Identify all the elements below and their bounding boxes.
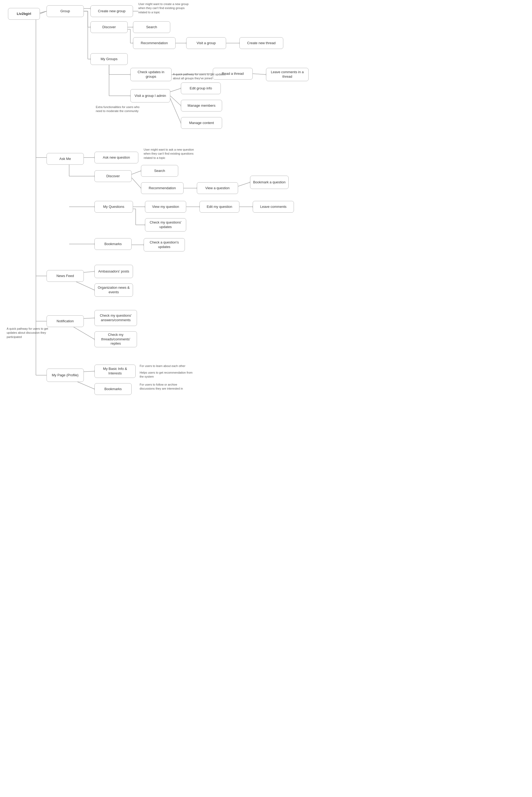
node-manage-members: Manage members — [181, 100, 222, 111]
svg-line-29 — [253, 74, 266, 75]
node-visit-group-admin: Visit a group I admin — [130, 89, 170, 103]
node-liv2bgirl: Liv2bgirl — [8, 8, 40, 20]
node-recommendation2: Recommendation — [141, 182, 184, 194]
node-view-my-question: View my question — [145, 201, 186, 212]
connector-lines — [0, 0, 532, 797]
node-check-updates: Check updates in groups — [130, 68, 172, 81]
node-check-question-updates2: Check a question's updates — [144, 238, 185, 252]
node-ambassadors-posts: Ambassadors' posts — [94, 265, 133, 278]
svg-line-33 — [170, 96, 181, 106]
node-manage-content: Manage content — [181, 117, 222, 129]
node-check-qa-comments: Check my questions' answers/comments — [94, 310, 137, 326]
svg-line-47 — [132, 171, 141, 174]
node-my-basic-info: My Basic Info & Interests — [94, 365, 136, 378]
node-edit-my-question: Edit my question — [200, 201, 240, 212]
node-discover1: Discover — [91, 21, 128, 33]
node-news-feed: News Feed — [46, 270, 84, 282]
annotation-check-updates: A quick pathway for users to get updates… — [173, 72, 226, 81]
node-ask-me: Ask Me — [46, 153, 84, 165]
node-view-question: View a question — [197, 182, 238, 194]
svg-line-31 — [170, 88, 181, 92]
svg-line-35 — [170, 98, 181, 123]
svg-line-0 — [40, 11, 46, 14]
svg-line-53 — [238, 182, 250, 186]
node-bookmark-question: Bookmark a question — [250, 175, 289, 189]
node-my-groups: My Groups — [91, 53, 128, 65]
node-org-news-events: Organization news & events — [94, 283, 133, 297]
node-recommendation1: Recommendation — [133, 37, 175, 49]
annotation-create-group: User might want to create a new group wh… — [138, 2, 191, 14]
node-create-new-thread: Create new thread — [240, 37, 283, 49]
node-my-questions: My Questions — [94, 201, 133, 212]
annotation-ask-question: User might want to ask a new question wh… — [144, 148, 197, 160]
node-bookmarks2: Bookmarks — [94, 383, 132, 395]
diagram-container: Liv2bgirl Group Create new group Discove… — [0, 0, 532, 797]
node-visit-group1: Visit a group — [186, 37, 226, 49]
node-bookmarks: Bookmarks — [94, 238, 132, 250]
node-notification: Notification — [46, 315, 84, 327]
node-group: Group — [46, 5, 84, 17]
annotation-bookmarks2: For users to follow or archive discussio… — [140, 383, 193, 391]
annotation-visit-admin: Extra functionalities for users who need… — [96, 105, 140, 113]
node-create-new-group: Create new group — [91, 5, 133, 17]
node-my-page: My Page (Profile) — [46, 369, 84, 382]
node-search1: Search — [133, 21, 170, 33]
node-check-threads-replies: Check my threads/comments' replies — [94, 331, 137, 347]
node-discover2: Discover — [94, 170, 132, 182]
node-check-questions-updates: Check my questions' updates — [145, 218, 186, 231]
svg-line-49 — [132, 178, 141, 188]
annotation-my-basic-info1: For users to learn about each other — [140, 364, 185, 368]
node-leave-comments2: Leave comments — [253, 201, 294, 212]
node-edit-group-info: Edit group info — [181, 82, 221, 94]
annotation-notification: A quick pathway for users to get updates… — [7, 327, 49, 339]
node-ask-new-question: Ask new question — [94, 152, 138, 163]
node-leave-comments-thread: Leave comments in a thread — [266, 68, 308, 81]
annotation-my-basic-info2: Helps users to get recommendation from t… — [140, 371, 193, 379]
node-search2: Search — [141, 165, 178, 177]
